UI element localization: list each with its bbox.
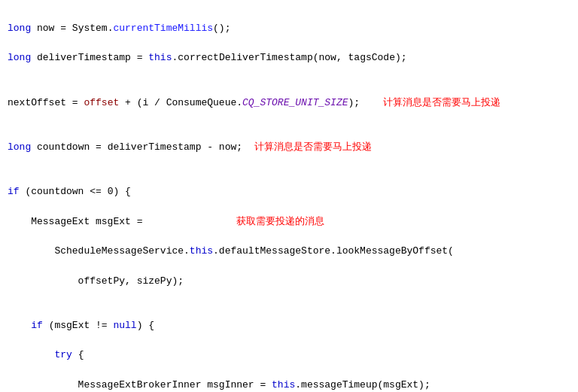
line-11: offsetPy, sizePy);: [8, 274, 570, 289]
line-10: ScheduleMessageService.this.defaultMessa…: [8, 244, 570, 259]
line-13: if (msgExt != null) {: [8, 318, 570, 333]
line-8: if (countdown <= 0) {: [8, 184, 570, 199]
line-9: MessageExt msgExt = 获取需要投递的消息: [8, 214, 570, 229]
line-4: nextOffset = offset + (i / ConsumeQueue.…: [8, 96, 570, 111]
line-6: long countdown = deliverTimestamp - now;…: [8, 140, 570, 155]
line-15: MessageExtBrokerInner msgInner = this.me…: [8, 378, 570, 392]
line-1: long now = System.currentTimeMillis();: [8, 21, 570, 36]
line-2: long deliverTimestamp = this.correctDeli…: [8, 50, 570, 65]
line-14: try {: [8, 348, 570, 363]
code-editor: long now = System.currentTimeMillis(); l…: [8, 6, 570, 392]
